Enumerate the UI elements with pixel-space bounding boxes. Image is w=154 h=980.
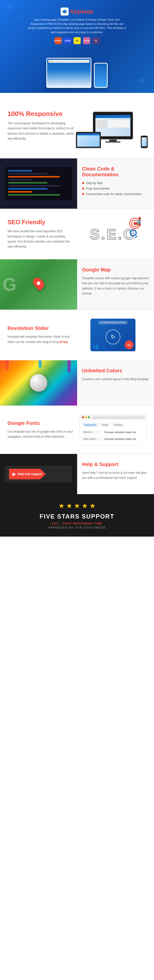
map-pin bbox=[34, 277, 43, 292]
font-selector-2[interactable]: Open Sans ▾ bbox=[82, 437, 102, 441]
responsive-text: 100% Responsive The most popular framewo… bbox=[8, 110, 75, 142]
font-row-2: Open Sans ▾ Grumpy wizards make tox bbox=[82, 436, 144, 442]
logo-text: Applaap bbox=[70, 8, 94, 15]
code-line-3 bbox=[8, 176, 60, 178]
feature-list: Step by step Fully documented Commented … bbox=[82, 181, 149, 196]
map-text: Google Map Template comes with custom go… bbox=[77, 259, 154, 310]
bootstrap-badge: B bbox=[93, 37, 100, 44]
html5-badge: HTML5 bbox=[55, 37, 61, 44]
phone-mockup bbox=[94, 63, 108, 88]
seo-visual: S.E.O 🚀 bbox=[85, 218, 140, 250]
revolution-description: Included with template Revolution Slider… bbox=[8, 334, 75, 345]
feature-item-2: Fully documented bbox=[82, 187, 149, 190]
js-badge: JS bbox=[74, 37, 81, 44]
five-stars-section: ★ ★ ★ ★ ★ FIVE STARS SUPPORT 24/7 - FAST… bbox=[0, 494, 154, 536]
code-line-7 bbox=[8, 188, 47, 189]
color-ball bbox=[30, 374, 47, 392]
help-description: Need help? Just let us know & our team w… bbox=[82, 470, 149, 480]
hero-section: Applaap App Landing page Template is a C… bbox=[0, 0, 154, 93]
map-image: G bbox=[0, 259, 77, 310]
font-preview-1: Grumpy wizards make tox bbox=[104, 431, 136, 434]
slider-spinner-icon: ↻ bbox=[105, 329, 121, 345]
sass-badge: SASS bbox=[83, 37, 90, 44]
star-4: ★ bbox=[82, 502, 88, 510]
colors-section: Unlimited Colors Creative color scheme l… bbox=[0, 360, 154, 406]
help-image: ▶ Help and support bbox=[0, 454, 77, 494]
magnifier-icon bbox=[130, 229, 137, 239]
dot-green bbox=[88, 416, 90, 418]
svg-point-2 bbox=[64, 11, 65, 12]
map-description: Template comes with custom google map el… bbox=[82, 276, 149, 296]
dot-yellow bbox=[85, 416, 87, 418]
code-line-4 bbox=[8, 179, 32, 181]
font-preview-2: Grumpy wizards make tox bbox=[104, 438, 136, 441]
help-banner-inner: ▶ Help and support bbox=[9, 469, 46, 479]
revolution-section: Revolution Slider Included with template… bbox=[0, 310, 154, 360]
help-text: Help & Support Need help? Just let us kn… bbox=[77, 454, 154, 494]
revolution-heading: Revolution Slider bbox=[8, 325, 75, 331]
slider-person-icon: 👥 bbox=[93, 343, 99, 349]
slider-label: SLIDER REVOLUTION bbox=[98, 321, 128, 325]
map-section: G Google Map Template comes with custom … bbox=[0, 259, 154, 310]
code-line-8 bbox=[8, 191, 32, 192]
revolution-text: Revolution Slider Included with template… bbox=[8, 325, 75, 345]
clean-code-text: Clean Code & Documentation Step by step … bbox=[77, 158, 154, 208]
help-banner-label: Help and support bbox=[17, 472, 42, 476]
star-2: ★ bbox=[66, 502, 72, 510]
responsive-description: The most popular framework for developin… bbox=[8, 121, 75, 142]
laptop-device bbox=[76, 132, 101, 148]
hero-tech-badges: HTML5 CSS3 JS SASS B bbox=[5, 37, 149, 44]
fonts-section: Google Fonts Our template has lots of go… bbox=[0, 406, 154, 454]
code-line-2 bbox=[8, 173, 47, 175]
responsive-heading: 100% Responsive bbox=[8, 110, 75, 118]
responsive-section: 100% Responsive The most popular framewo… bbox=[0, 93, 154, 158]
revolution-image: SLIDER REVOLUTION ↻ 4.5 👥 bbox=[80, 319, 147, 351]
seo-section: SEO Friendly We have studied the most im… bbox=[0, 209, 154, 259]
help-banner: ▶ Help and support bbox=[5, 466, 72, 482]
five-stars-sub-approved: APPROVED BY OUR CUSTOMERS bbox=[5, 526, 149, 529]
code-line-5 bbox=[8, 182, 47, 183]
star-1: ★ bbox=[58, 502, 64, 510]
star-3: ★ bbox=[74, 502, 80, 510]
slider-rating: 4.5 bbox=[125, 340, 134, 349]
fonts-heading: Google Fonts bbox=[8, 420, 75, 426]
seo-image: S.E.O 🚀 bbox=[80, 218, 147, 250]
feature-item-3: Commented code for easily customization bbox=[82, 192, 149, 196]
clean-code-image bbox=[0, 158, 77, 208]
mockup-header bbox=[80, 415, 146, 420]
stars-row: ★ ★ ★ ★ ★ bbox=[5, 502, 149, 510]
mockup-body: Typography Usage Analytics Roboto ▾ Grum… bbox=[80, 420, 146, 445]
five-stars-sub-fast: 24/7 - FAST RESPONSE TIME bbox=[5, 522, 149, 525]
bullet-2 bbox=[82, 188, 84, 189]
font-selector-1[interactable]: Roboto ▾ bbox=[82, 430, 102, 434]
clean-code-section: Clean Code & Documentation Step by step … bbox=[0, 158, 154, 208]
fonts-image: Typography Usage Analytics Roboto ▾ Grum… bbox=[80, 415, 147, 445]
five-stars-heading: FIVE STARS SUPPORT bbox=[5, 513, 149, 520]
code-line-1 bbox=[8, 170, 32, 172]
logo-icon bbox=[61, 8, 69, 16]
css3-badge: CSS3 bbox=[64, 37, 71, 44]
clean-code-heading: Clean Code & Documentation bbox=[82, 166, 149, 178]
fonts-text: Google Fonts Our template has lots of go… bbox=[8, 420, 75, 439]
help-heading: Help & Support bbox=[82, 461, 149, 467]
hero-tagline: App Landing page Template is a Creative … bbox=[27, 18, 127, 34]
hero-preview-area bbox=[5, 48, 149, 88]
code-line-6 bbox=[8, 185, 60, 186]
tab-row: Typography Usage Analytics bbox=[82, 423, 144, 427]
colors-image bbox=[0, 360, 77, 406]
seo-text: SEO Friendly We have studied the most im… bbox=[8, 219, 75, 249]
feature-item-1: Step by step bbox=[82, 181, 149, 185]
colors-description: Creative color scheme layout in this Blo… bbox=[82, 377, 149, 382]
bullet-1 bbox=[82, 182, 84, 184]
free-badge: (Free) bbox=[59, 340, 68, 344]
help-arrow-icon: ▶ bbox=[13, 471, 16, 477]
font-row-1: Roboto ▾ Grumpy wizards make tox bbox=[82, 429, 144, 436]
responsive-image bbox=[80, 103, 147, 148]
fonts-mockup: Typography Usage Analytics Roboto ▾ Grum… bbox=[80, 415, 147, 445]
address-bar bbox=[93, 416, 145, 419]
seo-heading: SEO Friendly bbox=[8, 219, 75, 226]
seo-description: We have studied the most important SEO t… bbox=[8, 229, 75, 249]
code-line-9 bbox=[8, 194, 60, 196]
hero-logo: Applaap bbox=[5, 8, 149, 16]
bullet-3 bbox=[82, 193, 84, 195]
